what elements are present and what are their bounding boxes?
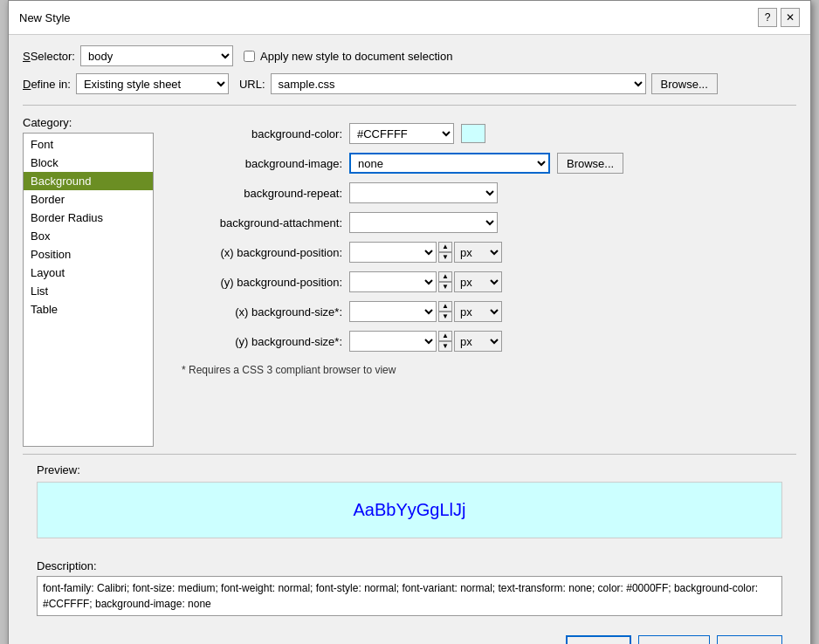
category-label: Category: (23, 116, 154, 129)
pos-x-spinner: ▲ ▼ (438, 242, 452, 263)
bg-image-select[interactable]: none (349, 153, 550, 174)
size-x-down-btn[interactable]: ▼ (438, 312, 452, 322)
title-controls: ? ✕ (758, 8, 800, 27)
category-item-list[interactable]: List (24, 282, 153, 300)
pos-x-up-btn[interactable]: ▲ (438, 242, 452, 252)
bg-size-y-label: (y) background-size*: (168, 335, 342, 348)
main-area: Category: Font Block Background Border B… (23, 116, 796, 447)
category-item-font[interactable]: Font (24, 135, 153, 154)
category-list: Font Block Background Border Border Radi… (23, 133, 154, 447)
bg-repeat-label: background-repeat: (168, 187, 342, 200)
bg-size-x-select[interactable] (349, 301, 437, 322)
url-group: URL: sample.css Browse... (239, 73, 718, 94)
top-row: SSelector: body Apply new style to docum… (23, 45, 796, 66)
selector-group: SSelector: body (23, 45, 233, 66)
help-button[interactable]: ? (758, 8, 777, 27)
bg-attachment-label: background-attachment: (168, 216, 342, 230)
properties-panel: background-color: #CCFFFF background-ima… (154, 116, 796, 447)
bg-pos-x-row: (x) background-position: ▲ ▼ px (168, 242, 782, 263)
define-label: Define in: (23, 78, 71, 91)
bg-size-y-select[interactable] (349, 331, 437, 352)
bg-size-y-unit[interactable]: px (454, 331, 502, 352)
apply-checkbox[interactable] (244, 51, 255, 62)
bg-image-row: background-image: none Browse... (168, 153, 782, 174)
category-item-table[interactable]: Table (24, 300, 153, 319)
pos-y-down-btn[interactable]: ▼ (438, 282, 452, 292)
pos-y-spinner: ▲ ▼ (438, 271, 452, 292)
apply-checkbox-group: Apply new style to document selection (244, 50, 452, 63)
selector-label: SSelector: (23, 50, 75, 63)
bg-pos-x-unit[interactable]: px (454, 242, 502, 263)
bg-color-select[interactable]: #CCFFFF (349, 123, 454, 144)
define-group: Define in: Existing style sheet (23, 73, 229, 94)
category-panel: Category: Font Block Background Border B… (23, 116, 154, 447)
apply-label: Apply new style to document selection (260, 50, 452, 63)
preview-text: AaBbYyGgLlJj (354, 500, 466, 520)
divider (23, 105, 796, 106)
selector-select[interactable]: body (80, 45, 233, 66)
new-style-dialog: New Style ? ✕ SSelector: body Apply new … (8, 0, 811, 644)
category-item-box[interactable]: Box (24, 227, 153, 245)
bg-pos-x-select[interactable] (349, 242, 437, 263)
bg-pos-y-spin: ▲ ▼ px (349, 271, 502, 292)
pos-x-down-btn[interactable]: ▼ (438, 252, 452, 263)
preview-inner: AaBbYyGgLlJj (38, 483, 781, 538)
bg-pos-x-label: (x) background-position: (168, 246, 342, 259)
close-button[interactable]: ✕ (781, 8, 800, 27)
description-box: font-family: Calibri; font-size: medium;… (37, 576, 782, 616)
define-select[interactable]: Existing style sheet (76, 73, 229, 94)
bg-repeat-row: background-repeat: (168, 182, 782, 203)
title-bar: New Style ? ✕ (9, 1, 810, 35)
bg-size-x-spin: ▲ ▼ px (349, 301, 502, 322)
preview-section: Preview: AaBbYyGgLlJj (23, 454, 796, 547)
bg-image-browse-button[interactable]: Browse... (557, 153, 623, 174)
category-item-background[interactable]: Background (24, 172, 153, 190)
bg-size-x-unit[interactable]: px (454, 301, 502, 322)
bg-attachment-row: background-attachment: (168, 212, 782, 233)
bg-size-y-spin: ▲ ▼ px (349, 331, 502, 352)
size-x-up-btn[interactable]: ▲ (438, 301, 452, 312)
dialog-body: SSelector: body Apply new style to docum… (9, 35, 810, 644)
bg-pos-y-select[interactable] (349, 271, 437, 292)
url-label: URL: (239, 78, 265, 91)
bg-pos-y-row: (y) background-position: ▲ ▼ px (168, 271, 782, 292)
bg-attachment-select[interactable] (349, 212, 498, 233)
size-x-spinner: ▲ ▼ (438, 301, 452, 322)
css3-note: * Requires a CSS 3 compliant browser to … (168, 364, 782, 376)
size-y-spinner: ▲ ▼ (438, 331, 452, 352)
url-select[interactable]: sample.css (271, 73, 646, 94)
button-row: OK Cancel Apply (23, 628, 796, 644)
bg-color-label: background-color: (168, 127, 342, 140)
category-item-block[interactable]: Block (24, 154, 153, 172)
dialog-title: New Style (19, 11, 71, 24)
bg-color-row: background-color: #CCFFFF (168, 123, 782, 144)
description-section: Description: font-family: Calibri; font-… (23, 554, 796, 621)
color-swatch[interactable] (461, 124, 485, 143)
size-y-up-btn[interactable]: ▲ (438, 331, 452, 341)
second-row: Define in: Existing style sheet URL: sam… (23, 73, 796, 94)
bg-pos-x-spin: ▲ ▼ px (349, 242, 502, 263)
url-browse-button[interactable]: Browse... (651, 73, 718, 94)
bg-pos-y-label: (y) background-position: (168, 276, 342, 289)
bg-size-x-row: (x) background-size*: ▲ ▼ px (168, 301, 782, 322)
category-item-position[interactable]: Position (24, 245, 153, 264)
ok-button[interactable]: OK (566, 635, 631, 644)
category-item-border-radius[interactable]: Border Radius (24, 209, 153, 227)
category-item-layout[interactable]: Layout (24, 264, 153, 282)
bg-image-label: background-image: (168, 157, 342, 170)
size-y-down-btn[interactable]: ▼ (438, 341, 452, 352)
description-label: Description: (37, 559, 782, 572)
preview-box: AaBbYyGgLlJj (37, 482, 782, 538)
category-item-border[interactable]: Border (24, 190, 153, 209)
bg-size-y-row: (y) background-size*: ▲ ▼ px (168, 331, 782, 352)
bg-size-x-label: (x) background-size*: (168, 305, 342, 319)
apply-button[interactable]: Apply (717, 635, 782, 644)
preview-label: Preview: (37, 463, 782, 476)
bg-repeat-select[interactable] (349, 182, 498, 203)
pos-y-up-btn[interactable]: ▲ (438, 271, 452, 282)
cancel-button[interactable]: Cancel (638, 635, 710, 644)
bg-pos-y-unit[interactable]: px (454, 271, 502, 292)
